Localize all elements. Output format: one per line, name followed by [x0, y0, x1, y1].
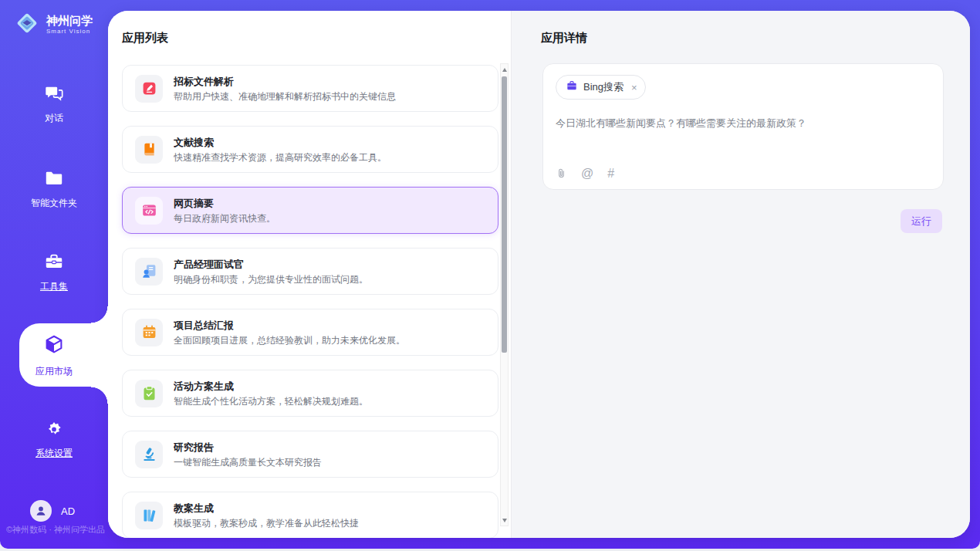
- mention-icon[interactable]: @: [581, 167, 593, 180]
- triangle-up-icon: [502, 68, 507, 72]
- interview-icon: [135, 258, 163, 286]
- diamond-logo-icon: [14, 10, 40, 39]
- app-card[interactable]: 项目总结汇报全面回顾项目进展，总结经验教训，助力未来优化发展。: [122, 309, 498, 356]
- app-list-scrollbar[interactable]: [500, 63, 509, 526]
- books-icon: [135, 502, 163, 529]
- sidebar-item-应用市场[interactable]: 应用市场: [0, 333, 108, 378]
- composer-toolbar: @#: [556, 167, 614, 180]
- app-card[interactable]: 教案生成模板驱动，教案秒成，教学准备从此轻松快捷: [122, 492, 498, 538]
- app-detail-title: 应用详情: [541, 31, 587, 46]
- attachment-icon[interactable]: [556, 167, 567, 180]
- close-icon[interactable]: ×: [631, 83, 637, 93]
- app-card-title: 教案生成: [174, 503, 359, 513]
- scrollbar-thumb[interactable]: [502, 76, 507, 353]
- folder-icon: [44, 168, 64, 191]
- app-window: 神州问学 Smart Vision 对话智能文件夹工具集应用市场系统设置 AD …: [0, 0, 980, 551]
- prompt-card[interactable]: Bing搜索 × 今日湖北有哪些新闻要点？有哪些需要关注的最新政策？ @#: [542, 63, 944, 190]
- app-card[interactable]: 产品经理面试官明确身份和职责，为您提供专业性的面试问题。: [122, 248, 498, 295]
- sidebar-item-工具集[interactable]: 工具集: [0, 252, 108, 293]
- gear-icon: [44, 418, 64, 441]
- app-card-title: 研究报告: [174, 442, 322, 452]
- triangle-down-icon: [502, 519, 507, 522]
- sidebar-item-label: 系统设置: [35, 447, 73, 460]
- query-text[interactable]: 今日湖北有哪些新闻要点？有哪些需要关注的最新政策？: [556, 117, 931, 130]
- app-card[interactable]: 招标文件解析帮助用户快速、准确地理解和解析招标书中的关键信息: [122, 65, 498, 112]
- app-card-desc: 一键智能生成高质量长文本研究报告: [174, 458, 322, 467]
- app-card-title: 活动方案生成: [174, 381, 368, 391]
- user-account[interactable]: AD: [30, 500, 75, 522]
- sidebar-footer: ©神州数码 · 神州问学出品: [6, 524, 105, 536]
- tool-chip[interactable]: Bing搜索 ×: [556, 75, 646, 100]
- brand-logo: 神州问学 Smart Vision: [14, 10, 93, 39]
- app-card[interactable]: 研究报告一键智能生成高质量长文本研究报告: [122, 431, 498, 478]
- app-card-desc: 每日政府新闻资讯快查。: [174, 214, 275, 223]
- main-content: 应用列表 招标文件解析帮助用户快速、准确地理解和解析招标书中的关键信息文献搜索快…: [108, 11, 970, 538]
- app-card-desc: 快速精准查找学术资源，提高研究效率的必备工具。: [174, 153, 387, 162]
- chat-icon: [44, 83, 64, 106]
- brand-tagline: Smart Vision: [46, 28, 93, 35]
- sidebar-item-对话[interactable]: 对话: [0, 83, 108, 125]
- research-icon: [135, 441, 163, 468]
- browser-code-icon: [135, 197, 163, 225]
- sidebar-item-label: 对话: [45, 112, 63, 125]
- app-card-desc: 帮助用户快速、准确地理解和解析招标书中的关键信息: [174, 92, 396, 101]
- app-card-title: 产品经理面试官: [174, 259, 368, 269]
- app-detail-panel: 应用详情 Bing搜索 × 今日湖北有哪些新闻要点？有哪些需要关注的最新政策？ …: [511, 11, 970, 538]
- sidebar-item-智能文件夹[interactable]: 智能文件夹: [0, 168, 108, 210]
- app-card[interactable]: 文献搜索快速精准查找学术资源，提高研究效率的必备工具。: [122, 126, 498, 173]
- sidebar-item-label: 应用市场: [35, 365, 73, 378]
- hash-icon[interactable]: #: [607, 167, 614, 180]
- app-card-desc: 模板驱动，教案秒成，教学准备从此轻松快捷: [174, 519, 359, 528]
- app-card-desc: 明确身份和职责，为您提供专业性的面试问题。: [174, 275, 368, 284]
- app-card[interactable]: 活动方案生成智能生成个性化活动方案，轻松解决规划难题。: [122, 370, 498, 417]
- sidebar-item-系统设置[interactable]: 系统设置: [0, 418, 108, 460]
- scrollbar-down-button[interactable]: [501, 516, 508, 525]
- bubble-curve-bottom: [91, 387, 108, 404]
- sidebar: 神州问学 Smart Vision 对话智能文件夹工具集应用市场系统设置 AD …: [0, 0, 108, 549]
- app-card-title: 网页摘要: [174, 198, 275, 208]
- clipboard-check-icon: [135, 380, 163, 407]
- book-icon: [135, 136, 163, 164]
- app-list-panel: 应用列表 招标文件解析帮助用户快速、准确地理解和解析招标书中的关键信息文献搜索快…: [108, 11, 511, 538]
- app-card-desc: 智能生成个性化活动方案，轻松解决规划难题。: [174, 397, 368, 406]
- run-button[interactable]: 运行: [901, 209, 942, 233]
- tool-chip-label: Bing搜索: [583, 80, 623, 94]
- brand-name: 神州问学: [46, 15, 93, 27]
- sidebar-item-label: 智能文件夹: [31, 197, 77, 210]
- user-initials: AD: [61, 505, 75, 517]
- app-card-title: 招标文件解析: [174, 76, 396, 86]
- bubble-curve-top: [91, 306, 108, 323]
- pen-square-icon: [135, 75, 163, 103]
- briefcase-icon: [566, 79, 578, 95]
- app-card[interactable]: 网页摘要每日政府新闻资讯快查。: [122, 187, 498, 234]
- app-card-desc: 全面回顾项目进展，总结经验教训，助力未来优化发展。: [174, 336, 405, 345]
- toolbox-icon: [44, 252, 64, 275]
- app-card-list: 招标文件解析帮助用户快速、准确地理解和解析招标书中的关键信息文献搜索快速精准查找…: [122, 65, 498, 538]
- cube-icon: [42, 333, 66, 360]
- user-avatar-icon: [30, 500, 52, 522]
- app-list-title: 应用列表: [122, 31, 168, 46]
- sidebar-item-label: 工具集: [40, 280, 68, 293]
- scrollbar-up-button[interactable]: [501, 65, 508, 74]
- app-card-title: 项目总结汇报: [174, 320, 405, 330]
- calendar-icon: [135, 319, 163, 346]
- app-card-title: 文献搜索: [174, 137, 387, 147]
